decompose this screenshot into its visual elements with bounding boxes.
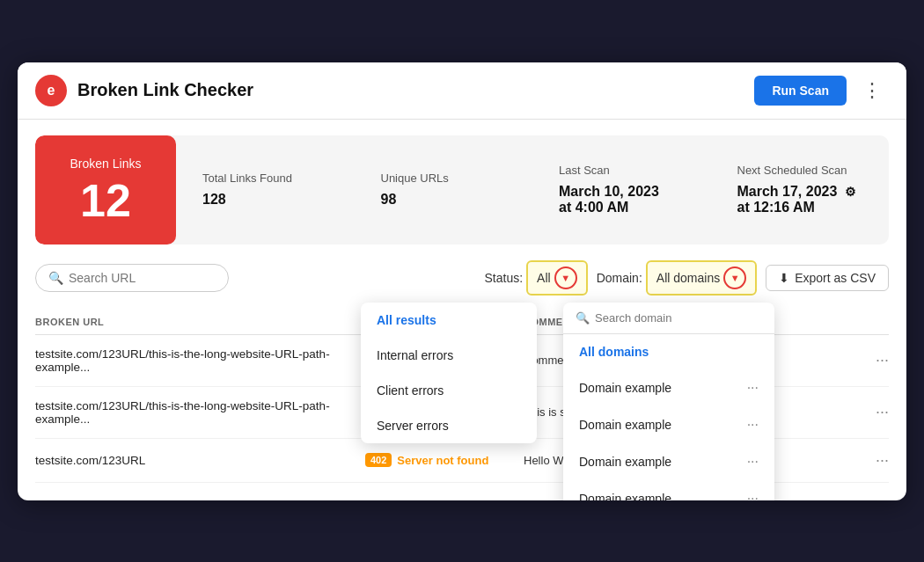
last-scan-label: Last Scan <box>559 164 685 177</box>
status-text: Server not found <box>397 454 488 467</box>
last-scan-stat: Last Scan March 10, 2023 at 4:00 AM <box>532 146 711 233</box>
domain-search-icon: 🔍 <box>576 311 590 325</box>
status-chevron-icon: ▼ <box>554 266 577 289</box>
domain-item-more-button[interactable]: ··· <box>747 380 759 396</box>
status-dropdown-item[interactable]: All results <box>361 303 537 338</box>
domain-item-label: Domain example <box>579 455 671 469</box>
run-scan-button[interactable]: Run Scan <box>754 76 847 106</box>
domain-dropdown-item[interactable]: Domain example··· <box>563 480 774 500</box>
status-dropdown-item[interactable]: Client errors <box>361 373 537 408</box>
url-cell: testsite.com/123URL/this-is-the-long-web… <box>35 399 365 426</box>
col-actions <box>854 317 889 327</box>
domain-item-more-button[interactable]: ··· <box>747 417 759 433</box>
next-scan-time: at 12:16 AM <box>737 200 863 215</box>
domain-item-more-button[interactable]: ··· <box>747 454 759 470</box>
last-scan-value: March 10, 2023 at 4:00 AM <box>559 184 685 215</box>
status-dropdown-list: All resultsInternal errorsClient errorsS… <box>361 303 537 443</box>
total-links-stat: Total Links Found 128 <box>176 154 355 225</box>
domain-item-label: Domain example <box>579 492 671 500</box>
domain-dropdown-item[interactable]: Domain example··· <box>563 406 774 443</box>
content-area: 🔍 Status: All ▼ Domain: All domains ▼ ⬇ <box>18 260 906 500</box>
status-cell: 402 Server not found <box>365 453 524 467</box>
next-scan-value: March 17, 2023 ⚙ at 12:16 AM <box>737 184 863 215</box>
domain-label: Domain: <box>597 271 642 285</box>
stats-bar: Broken Links 12 Total Links Found 128 Un… <box>35 135 889 245</box>
app-logo: e <box>35 75 67 106</box>
unique-urls-value: 98 <box>381 192 507 208</box>
status-value: All <box>537 271 551 285</box>
export-label: Export as CSV <box>795 271 876 285</box>
domain-item-label: Domain example <box>579 381 671 395</box>
export-icon: ⬇ <box>779 271 789 285</box>
url-cell: testsite.com/123URL/this-is-the-long-web… <box>35 347 365 374</box>
next-scan-stat: Next Scheduled Scan March 17, 2023 ⚙ at … <box>711 146 890 233</box>
status-dropdown-item[interactable]: Server errors <box>361 408 537 443</box>
domain-dropdown-list: All domainsDomain example···Domain examp… <box>563 334 774 500</box>
settings-icon[interactable]: ⚙ <box>845 185 856 199</box>
domain-dropdown-item[interactable]: Domain example··· <box>563 443 774 480</box>
status-filter-group: Status: All ▼ <box>485 260 588 296</box>
domain-dropdown: 🔍 All domainsDomain example···Domain exa… <box>563 303 774 500</box>
domain-item-label: Domain example <box>579 418 671 432</box>
domain-dropdown-item[interactable]: Domain example··· <box>563 369 774 406</box>
search-url-wrapper[interactable]: 🔍 <box>35 264 229 292</box>
status-dropdown: All resultsInternal errorsClient errorsS… <box>361 303 537 443</box>
domain-search-wrapper: 🔍 <box>563 303 774 334</box>
app-window: e Broken Link Checker Run Scan ⋮ Broken … <box>18 62 906 500</box>
broken-links-label: Broken Links <box>70 157 142 171</box>
status-label: Status: <box>485 271 524 285</box>
last-scan-time: at 4:00 AM <box>559 200 685 215</box>
domain-chevron-icon: ▼ <box>723 266 746 289</box>
header: e Broken Link Checker Run Scan ⋮ <box>18 62 906 120</box>
last-scan-date: March 10, 2023 <box>559 184 659 199</box>
domain-item-more-button[interactable]: ··· <box>747 491 759 500</box>
total-links-label: Total Links Found <box>202 172 328 185</box>
unique-urls-stat: Unique URLs 98 <box>355 154 533 225</box>
broken-links-count: 12 <box>80 178 131 223</box>
app-title: Broken Link Checker <box>77 80 754 100</box>
total-links-value: 128 <box>202 192 328 208</box>
toolbar: 🔍 Status: All ▼ Domain: All domains ▼ ⬇ <box>35 260 889 296</box>
search-url-icon: 🔍 <box>48 271 63 285</box>
url-cell: testsite.com/123URL <box>35 454 365 467</box>
domain-search-input[interactable] <box>595 311 762 325</box>
row-more-button[interactable]: ··· <box>854 403 889 421</box>
search-url-input[interactable] <box>69 271 216 285</box>
export-csv-button[interactable]: ⬇ Export as CSV <box>766 265 889 291</box>
status-badge: 402 <box>365 453 392 467</box>
status-filter-button[interactable]: All ▼ <box>526 260 588 296</box>
unique-urls-label: Unique URLs <box>381 172 507 185</box>
more-menu-button[interactable]: ⋮ <box>855 76 889 106</box>
domain-filter-group: Domain: All domains ▼ <box>597 260 758 296</box>
col-broken-url: BROKEN URL <box>35 317 365 327</box>
next-scan-label: Next Scheduled Scan <box>737 164 863 177</box>
stat-items: Total Links Found 128 Unique URLs 98 Las… <box>176 135 889 245</box>
domain-filter-button[interactable]: All domains ▼ <box>646 260 757 296</box>
domain-dropdown-item[interactable]: All domains <box>563 334 774 369</box>
logo-letter: e <box>48 83 55 99</box>
status-dropdown-item[interactable]: Internal errors <box>361 338 537 373</box>
row-more-button[interactable]: ··· <box>854 451 889 470</box>
domain-value: All domains <box>656 271 720 285</box>
row-more-button[interactable]: ··· <box>854 351 889 369</box>
next-scan-date: March 17, 2023 <box>737 184 838 199</box>
broken-links-card: Broken Links 12 <box>35 135 176 245</box>
